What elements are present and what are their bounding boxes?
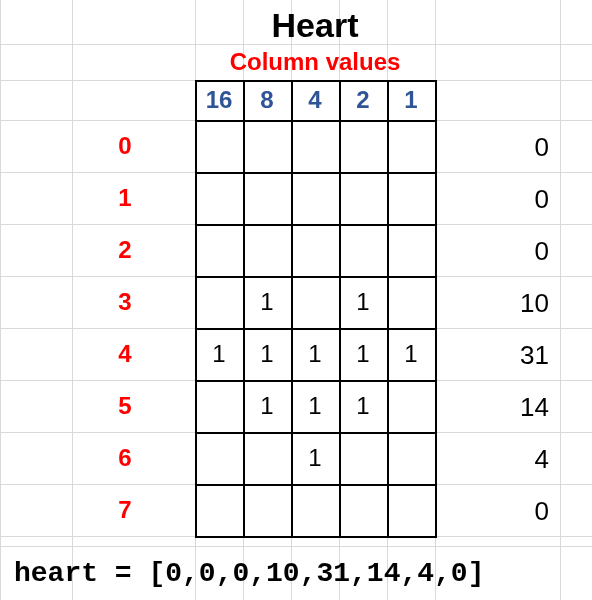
table-border — [195, 224, 435, 226]
row-label: 7 — [95, 496, 155, 524]
table-border — [195, 432, 435, 434]
col-header-2: 2 — [339, 86, 387, 114]
row-label: 1 — [95, 184, 155, 212]
row-sum: 0 — [495, 236, 555, 267]
row-sum: 4 — [495, 444, 555, 475]
table-border — [339, 80, 341, 538]
page-title: Heart — [195, 6, 435, 45]
row-sum: 0 — [495, 132, 555, 163]
table-border — [195, 536, 435, 538]
table-border — [195, 172, 435, 174]
column-values-label: Column values — [195, 48, 435, 76]
col-header-1: 1 — [387, 86, 435, 114]
row-sum: 10 — [495, 288, 555, 319]
table-border — [195, 328, 435, 330]
col-header-8: 8 — [243, 86, 291, 114]
row-sum: 31 — [495, 340, 555, 371]
grid-cell: 1 — [291, 392, 339, 420]
col-header-4: 4 — [291, 86, 339, 114]
row-label: 4 — [95, 340, 155, 368]
table-border — [435, 80, 437, 538]
table-border — [195, 80, 197, 538]
row-label: 2 — [95, 236, 155, 264]
row-sum: 14 — [495, 392, 555, 423]
row-label: 5 — [95, 392, 155, 420]
spreadsheet-area: Heart Column values 16 8 4 2 1 0 1 2 3 4… — [0, 0, 592, 600]
code-line: heart = [0,0,0,10,31,14,4,0] — [14, 558, 484, 589]
row-sum: 0 — [495, 184, 555, 215]
table-border — [243, 80, 245, 538]
table-border — [195, 80, 435, 82]
row-label: 3 — [95, 288, 155, 316]
grid-cell: 1 — [195, 340, 243, 368]
grid-cell: 1 — [339, 288, 387, 316]
col-header-16: 16 — [195, 86, 243, 114]
grid-cell: 1 — [291, 444, 339, 472]
row-label: 6 — [95, 444, 155, 472]
table-border — [291, 80, 293, 538]
grid-cell: 1 — [243, 392, 291, 420]
grid-cell: 1 — [339, 340, 387, 368]
row-sum: 0 — [495, 496, 555, 527]
table-border — [387, 80, 389, 538]
table-border — [195, 484, 435, 486]
grid-cell: 1 — [243, 288, 291, 316]
table-border — [195, 120, 435, 122]
grid-cell: 1 — [387, 340, 435, 368]
table-border — [195, 380, 435, 382]
row-label: 0 — [95, 132, 155, 160]
table-border — [195, 276, 435, 278]
grid-cell: 1 — [243, 340, 291, 368]
grid-cell: 1 — [339, 392, 387, 420]
grid-cell: 1 — [291, 340, 339, 368]
